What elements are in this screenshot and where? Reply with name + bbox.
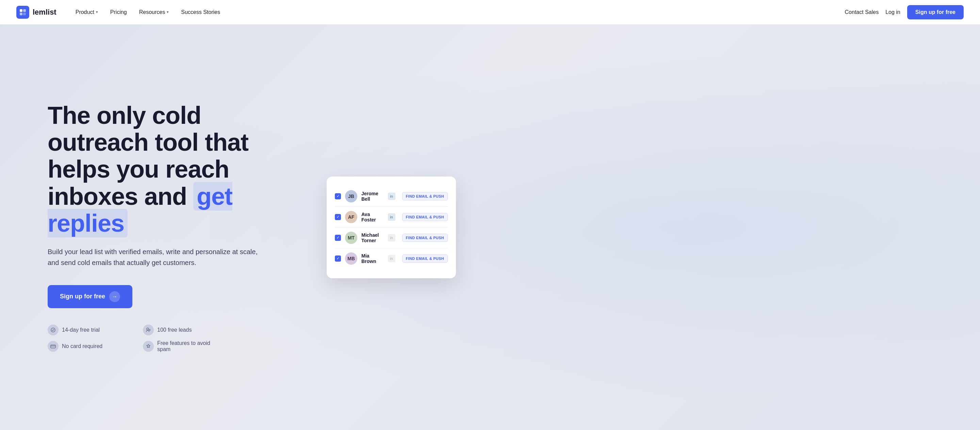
checkbox-jerome[interactable]: ✓ <box>335 193 341 199</box>
name-ava: Ava Foster <box>361 212 384 222</box>
nav-success-stories[interactable]: Success Stories <box>176 6 226 18</box>
spam-icon <box>143 341 154 352</box>
feature-spam: Free features to avoid spam <box>143 340 224 352</box>
login-link[interactable]: Log in <box>885 9 900 15</box>
contact-sales-link[interactable]: Contact Sales <box>845 9 879 15</box>
logo-icon <box>16 6 29 19</box>
nav-links: Product ▾ Pricing Resources ▾ Success St… <box>70 6 845 18</box>
contact-row-mia: ✓ MB Mia Brown in FIND EMAIL & PUSH <box>335 248 448 269</box>
feature-trial: 14-day free trial <box>48 325 129 335</box>
logo-link[interactable]: lemlist <box>16 6 56 19</box>
hero-subtitle: Build your lead list with verified email… <box>48 246 259 268</box>
leads-icon <box>143 325 154 335</box>
nav-resources[interactable]: Resources ▾ <box>134 6 174 18</box>
chevron-down-icon: ▾ <box>167 10 169 14</box>
nav-right: Contact Sales Log in Sign up for free <box>845 5 964 19</box>
arrow-icon: → <box>109 291 120 302</box>
linkedin-icon-mia[interactable]: in <box>388 255 395 262</box>
navbar: lemlist Product ▾ Pricing Resources ▾ Su… <box>0 0 980 24</box>
find-email-ava[interactable]: FIND EMAIL & PUSH <box>402 213 448 221</box>
svg-rect-1 <box>23 9 26 12</box>
avatar-jerome: JB <box>345 190 357 202</box>
hero-features: 14-day free trial 100 free leads <box>48 325 224 352</box>
hero-left: The only cold outreach tool that helps y… <box>48 102 306 352</box>
nav-product[interactable]: Product ▾ <box>70 6 103 18</box>
nav-pricing[interactable]: Pricing <box>105 6 132 18</box>
feature-leads: 100 free leads <box>143 325 224 335</box>
hero-section: The only cold outreach tool that helps y… <box>0 24 980 430</box>
contact-row-jerome: ✓ JB Jerome Bell in FIND EMAIL & PUSH <box>335 186 448 207</box>
name-jerome: Jerome Bell <box>361 191 384 202</box>
logo-text: lemlist <box>33 8 56 17</box>
signup-button[interactable]: Sign up for free <box>907 5 964 19</box>
hero-title: The only cold outreach tool that helps y… <box>48 102 306 237</box>
hero-cta: Sign up for free → <box>48 285 306 308</box>
svg-rect-0 <box>20 9 22 12</box>
linkedin-icon-jerome[interactable]: in <box>388 192 395 200</box>
contacts-card: ✓ JB Jerome Bell in FIND EMAIL & PUSH ✓ … <box>327 176 456 278</box>
card-icon <box>48 341 59 352</box>
feature-no-card: No card required <box>48 340 129 352</box>
chevron-down-icon: ▾ <box>96 10 98 14</box>
contact-row-michael: ✓ MT Michael Torner in FIND EMAIL & PUSH <box>335 228 448 248</box>
svg-point-5 <box>147 328 149 330</box>
svg-rect-6 <box>51 345 56 348</box>
name-michael: Michael Torner <box>361 232 384 243</box>
find-email-mia[interactable]: FIND EMAIL & PUSH <box>402 254 448 263</box>
avatar-michael: MT <box>345 232 357 244</box>
checkbox-ava[interactable]: ✓ <box>335 214 341 220</box>
hero-title-highlight: get replies <box>48 182 232 238</box>
checkbox-michael[interactable]: ✓ <box>335 235 341 241</box>
checkbox-mia[interactable]: ✓ <box>335 255 341 262</box>
name-mia: Mia Brown <box>361 253 384 264</box>
svg-rect-2 <box>20 13 22 15</box>
trial-icon <box>48 325 59 335</box>
hero-signup-button[interactable]: Sign up for free → <box>48 285 132 308</box>
find-email-michael[interactable]: FIND EMAIL & PUSH <box>402 234 448 242</box>
hero-right: ✓ JB Jerome Bell in FIND EMAIL & PUSH ✓ … <box>327 176 456 278</box>
avatar-mia: MB <box>345 252 357 265</box>
avatar-ava: AF <box>345 211 357 223</box>
find-email-jerome[interactable]: FIND EMAIL & PUSH <box>402 192 448 200</box>
linkedin-icon-ava[interactable]: in <box>388 213 395 221</box>
contact-row-ava: ✓ AF Ava Foster in FIND EMAIL & PUSH <box>335 207 448 228</box>
svg-rect-3 <box>23 13 26 15</box>
linkedin-icon-michael[interactable]: in <box>388 234 395 241</box>
